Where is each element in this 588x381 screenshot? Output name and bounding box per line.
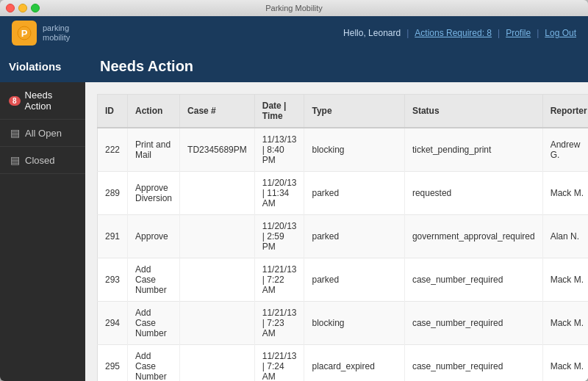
cell-type: blocking bbox=[304, 302, 404, 345]
greeting-text: Hello, Leonard bbox=[343, 28, 401, 38]
table-row: 293Add Case Number11/21/13 | 7:22 AMpark… bbox=[98, 258, 589, 302]
cell-type: parked bbox=[304, 258, 404, 302]
table-row: 291Approve11/20/13 | 2:59 PMparkedgovern… bbox=[98, 215, 589, 258]
cell-datetime: 11/20/13 | 2:59 PM bbox=[254, 215, 304, 258]
cell-type: placard_expired bbox=[304, 345, 404, 382]
minimize-button[interactable] bbox=[18, 4, 27, 12]
cell-id: 295 bbox=[98, 345, 128, 382]
cell-reporter: Mack M. bbox=[542, 258, 588, 302]
svg-text:P: P bbox=[21, 28, 28, 39]
all-open-icon: ▤ bbox=[9, 127, 21, 139]
table-row: 289Approve Diversion11/20/13 | 11:34 AMp… bbox=[98, 172, 589, 215]
titlebar: Parking Mobility bbox=[0, 0, 588, 16]
app-window: Parking Mobility P parking mobility Hell… bbox=[0, 0, 588, 381]
sidebar-item-closed-label: Closed bbox=[25, 155, 54, 166]
cell-action: Approve Diversion bbox=[128, 172, 180, 215]
logo-area: P parking mobility bbox=[12, 21, 70, 46]
sidebar: Violations 8 Needs Action ▤ All Open ▤ C… bbox=[0, 50, 85, 381]
close-button[interactable] bbox=[6, 4, 15, 12]
page-title: Needs Action bbox=[85, 50, 588, 82]
table-row: 222Print and MailTD2345689PM11/13/13 | 8… bbox=[98, 128, 589, 172]
logo-icon: P bbox=[12, 21, 37, 46]
nav-right: Hello, Leonard | Actions Required: 8 | P… bbox=[343, 28, 576, 38]
table-header-row: ID Action Case # Date | Time Type Status… bbox=[98, 95, 589, 128]
table-container: ID Action Case # Date | Time Type Status… bbox=[85, 82, 588, 381]
table-row: 295Add Case Number11/21/13 | 7:24 AMplac… bbox=[98, 345, 589, 382]
cell-case bbox=[180, 302, 255, 345]
needs-action-badge: 8 bbox=[9, 96, 21, 106]
cell-status: requested bbox=[404, 172, 542, 215]
actions-required-link[interactable]: Actions Required: 8 bbox=[415, 28, 492, 38]
cell-status: ticket_pending_print bbox=[404, 128, 542, 172]
divider2: | bbox=[498, 28, 500, 38]
cell-case bbox=[180, 345, 255, 382]
cell-datetime: 11/21/13 | 7:24 AM bbox=[254, 345, 304, 382]
cell-status: case_number_required bbox=[404, 302, 542, 345]
sidebar-item-all-open[interactable]: ▤ All Open bbox=[0, 120, 85, 147]
cell-id: 291 bbox=[98, 215, 128, 258]
cell-case: TD2345689PM bbox=[180, 128, 255, 172]
cell-action: Add Case Number bbox=[128, 345, 180, 382]
app-body: Violations 8 Needs Action ▤ All Open ▤ C… bbox=[0, 50, 588, 381]
divider3: | bbox=[537, 28, 539, 38]
logo-text: parking mobility bbox=[43, 23, 70, 43]
cell-type: parked bbox=[304, 172, 404, 215]
cell-status: case_number_required bbox=[404, 258, 542, 302]
col-header-id: ID bbox=[98, 95, 128, 128]
cell-case bbox=[180, 215, 255, 258]
cell-id: 289 bbox=[98, 172, 128, 215]
cell-datetime: 11/13/13 | 8:40 PM bbox=[254, 128, 304, 172]
divider1: | bbox=[406, 28, 409, 38]
violations-table: ID Action Case # Date | Time Type Status… bbox=[97, 94, 588, 381]
main-content: Needs Action ID Action Case # Date | Tim… bbox=[85, 50, 588, 381]
table-row: 294Add Case Number11/21/13 | 7:23 AMbloc… bbox=[98, 302, 589, 345]
cell-status: case_number_required bbox=[404, 345, 542, 382]
topnav: P parking mobility Hello, Leonard | Acti… bbox=[0, 16, 588, 50]
cell-reporter: Mack M. bbox=[542, 172, 588, 215]
cell-action: Approve bbox=[128, 215, 180, 258]
logo-line2: mobility bbox=[43, 33, 70, 43]
sidebar-header: Violations bbox=[0, 50, 85, 82]
cell-action: Add Case Number bbox=[128, 258, 180, 302]
cell-reporter: Mack M. bbox=[542, 345, 588, 382]
cell-datetime: 11/21/13 | 7:22 AM bbox=[254, 258, 304, 302]
cell-id: 222 bbox=[98, 128, 128, 172]
parking-logo-svg: P bbox=[17, 26, 32, 40]
col-header-status: Status bbox=[404, 95, 542, 128]
cell-id: 294 bbox=[98, 302, 128, 345]
window-controls bbox=[6, 4, 40, 12]
col-header-date: Date | Time bbox=[254, 95, 304, 128]
cell-datetime: 11/20/13 | 11:34 AM bbox=[254, 172, 304, 215]
logo-line1: parking bbox=[43, 23, 70, 33]
cell-datetime: 11/21/13 | 7:23 AM bbox=[254, 302, 304, 345]
sidebar-item-closed[interactable]: ▤ Closed bbox=[0, 147, 85, 174]
sidebar-item-needs-action[interactable]: 8 Needs Action bbox=[0, 82, 85, 120]
closed-icon: ▤ bbox=[9, 154, 21, 166]
cell-reporter: Andrew G. bbox=[542, 128, 588, 172]
cell-action: Add Case Number bbox=[128, 302, 180, 345]
col-header-case: Case # bbox=[180, 95, 255, 128]
window-title: Parking Mobility bbox=[265, 4, 323, 12]
sidebar-item-needs-action-label: Needs Action bbox=[25, 90, 76, 112]
logout-link[interactable]: Log Out bbox=[545, 28, 576, 38]
col-header-action: Action bbox=[128, 95, 180, 128]
cell-status: government_approval_required bbox=[404, 215, 542, 258]
col-header-type: Type bbox=[304, 95, 404, 128]
cell-type: parked bbox=[304, 215, 404, 258]
cell-reporter: Alan N. bbox=[542, 215, 588, 258]
cell-case bbox=[180, 172, 255, 215]
cell-id: 293 bbox=[98, 258, 128, 302]
cell-case bbox=[180, 258, 255, 302]
cell-type: blocking bbox=[304, 128, 404, 172]
col-header-reporter: Reporter bbox=[542, 95, 588, 128]
cell-reporter: Mack M. bbox=[542, 302, 588, 345]
profile-link[interactable]: Profile bbox=[506, 28, 531, 38]
maximize-button[interactable] bbox=[31, 4, 40, 12]
cell-action: Print and Mail bbox=[128, 128, 180, 172]
sidebar-item-all-open-label: All Open bbox=[25, 128, 62, 139]
